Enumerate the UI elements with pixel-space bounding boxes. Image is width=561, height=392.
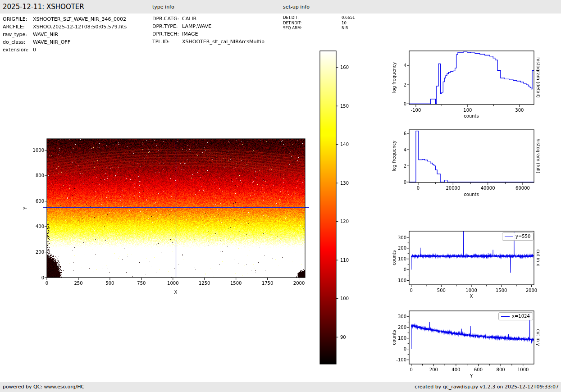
legend-line-swatch: [501, 316, 510, 317]
meta-label: DET.NDIT:: [283, 21, 301, 26]
meta-value: NIR: [342, 26, 348, 31]
footer-bar: powered by QC: www.eso.org/HC created by…: [0, 382, 561, 392]
cut-x-legend: y=550: [502, 232, 534, 241]
meta-value: WAVE_NIR: [33, 31, 58, 38]
meta-label: DPR.TECH:: [152, 30, 179, 38]
cut-x-yaxis-title: counts: [392, 250, 397, 265]
hist-detail-side-label: histogram (detail): [536, 57, 541, 98]
footer-left-text: powered by QC: www.eso.org/HC: [3, 382, 84, 392]
meta-value: 0.6651: [342, 15, 355, 21]
heatmap-xaxis-title: X: [174, 290, 178, 295]
qc-report-page: { "header": { "bar_title": "2025-12-11: …: [0, 0, 561, 392]
cut-y-legend: x=1024: [498, 312, 533, 320]
cut-x-side-label: cut in x: [536, 249, 541, 266]
meta-label: raw_type:: [3, 31, 27, 38]
meta-value: IMAGE: [182, 30, 198, 38]
meta-label: DPR.CATG:: [152, 15, 179, 23]
meta-value: XSHOOTER_slt_cal_NIRArcsMultip: [182, 38, 265, 46]
hist-detail-yaxis-title: log frequency: [392, 62, 397, 93]
cut-y-side-label: cut in y: [536, 329, 541, 346]
cut-x-xaxis-title: X: [470, 294, 473, 299]
meta-value: LAMP,WAVE: [182, 23, 211, 30]
meta-value: 10: [342, 21, 347, 26]
type-info-heading: type info: [152, 4, 174, 10]
hist-detail-xaxis-title: counts: [464, 114, 479, 119]
meta-value: XSHOO.2025-12-12T08:50:05.579.fits: [33, 23, 127, 31]
footer-right-text: created by qc_rawdisp.py v1.2.3 on 2025-…: [415, 382, 559, 392]
meta-label: DET.DIT:: [283, 15, 299, 21]
cut-y-xaxis-title: Y: [470, 374, 473, 378]
hist-full-side-label: histogram (full): [536, 138, 541, 173]
meta-label: extension:: [3, 46, 28, 54]
meta-label: TPL.ID:: [152, 38, 169, 46]
legend-line-swatch: [505, 237, 513, 237]
meta-label: ORIGFILE:: [3, 15, 27, 23]
meta-value: WAVE_NIR_OFF: [33, 38, 70, 46]
heatmap-yaxis-title: Y: [23, 207, 28, 210]
header-bar: 2025-12-11: XSHOOTER type info set-up in…: [0, 0, 561, 14]
meta-label: do_class:: [3, 38, 25, 46]
meta-value: CALIB: [182, 15, 196, 23]
meta-label: DPR.TYPE:: [152, 23, 178, 30]
meta-value: 0: [33, 46, 36, 54]
setup-info-heading: set-up info: [283, 4, 310, 10]
legend-label: y=550: [515, 234, 530, 239]
hist-full-yaxis-title: log frequency: [392, 141, 397, 172]
cut-y-yaxis-title: counts: [392, 330, 397, 345]
legend-label: x=1024: [512, 314, 530, 319]
meta-label: ARCFILE:: [3, 23, 25, 31]
hist-full-xaxis-title: counts: [464, 192, 479, 197]
meta-value: XSHOOTER_SLT_WAVE_NIR_346_0002: [33, 15, 126, 23]
meta-label: SEQ.ARM:: [283, 26, 302, 31]
page-title: 2025-12-11: XSHOOTER: [0, 0, 561, 14]
